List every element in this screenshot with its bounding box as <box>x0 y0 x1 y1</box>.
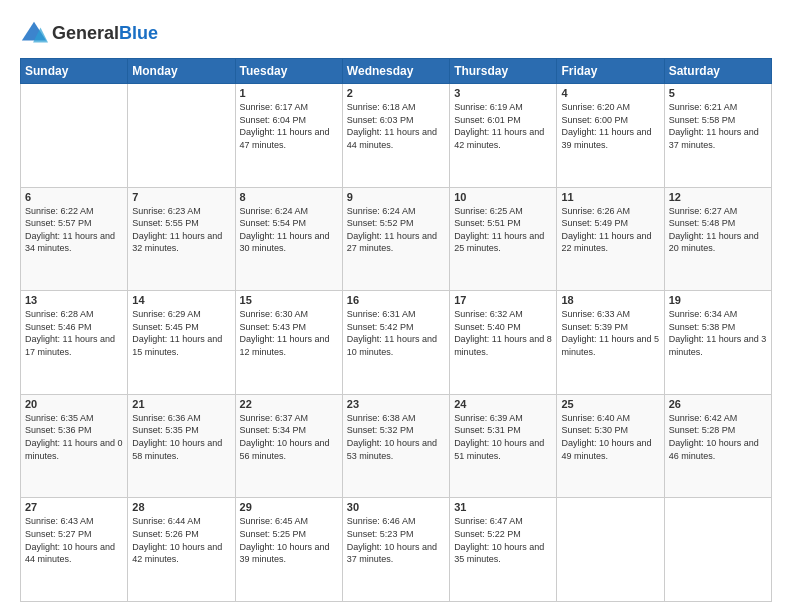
calendar-cell <box>21 84 128 188</box>
day-number: 28 <box>132 501 230 513</box>
calendar-cell: 6Sunrise: 6:22 AMSunset: 5:57 PMDaylight… <box>21 187 128 291</box>
calendar-cell: 24Sunrise: 6:39 AMSunset: 5:31 PMDayligh… <box>450 394 557 498</box>
calendar-cell <box>664 498 771 602</box>
calendar-cell: 14Sunrise: 6:29 AMSunset: 5:45 PMDayligh… <box>128 291 235 395</box>
calendar-cell: 23Sunrise: 6:38 AMSunset: 5:32 PMDayligh… <box>342 394 449 498</box>
day-number: 25 <box>561 398 659 410</box>
logo-general-text: GeneralBlue <box>52 24 158 44</box>
day-number: 16 <box>347 294 445 306</box>
day-number: 2 <box>347 87 445 99</box>
calendar-table: SundayMondayTuesdayWednesdayThursdayFrid… <box>20 58 772 602</box>
calendar-cell: 11Sunrise: 6:26 AMSunset: 5:49 PMDayligh… <box>557 187 664 291</box>
cell-content: Sunrise: 6:39 AMSunset: 5:31 PMDaylight:… <box>454 412 552 462</box>
calendar-week-row: 13Sunrise: 6:28 AMSunset: 5:46 PMDayligh… <box>21 291 772 395</box>
day-number: 27 <box>25 501 123 513</box>
cell-content: Sunrise: 6:34 AMSunset: 5:38 PMDaylight:… <box>669 308 767 358</box>
day-number: 9 <box>347 191 445 203</box>
day-number: 21 <box>132 398 230 410</box>
cell-content: Sunrise: 6:45 AMSunset: 5:25 PMDaylight:… <box>240 515 338 565</box>
cell-content: Sunrise: 6:30 AMSunset: 5:43 PMDaylight:… <box>240 308 338 358</box>
day-number: 10 <box>454 191 552 203</box>
day-number: 15 <box>240 294 338 306</box>
calendar-cell: 27Sunrise: 6:43 AMSunset: 5:27 PMDayligh… <box>21 498 128 602</box>
day-number: 7 <box>132 191 230 203</box>
weekday-header-sunday: Sunday <box>21 59 128 84</box>
cell-content: Sunrise: 6:18 AMSunset: 6:03 PMDaylight:… <box>347 101 445 151</box>
day-number: 30 <box>347 501 445 513</box>
cell-content: Sunrise: 6:31 AMSunset: 5:42 PMDaylight:… <box>347 308 445 358</box>
logo: GeneralBlue <box>20 20 158 48</box>
calendar-cell: 25Sunrise: 6:40 AMSunset: 5:30 PMDayligh… <box>557 394 664 498</box>
cell-content: Sunrise: 6:23 AMSunset: 5:55 PMDaylight:… <box>132 205 230 255</box>
calendar-week-row: 27Sunrise: 6:43 AMSunset: 5:27 PMDayligh… <box>21 498 772 602</box>
calendar-cell: 10Sunrise: 6:25 AMSunset: 5:51 PMDayligh… <box>450 187 557 291</box>
calendar-cell: 2Sunrise: 6:18 AMSunset: 6:03 PMDaylight… <box>342 84 449 188</box>
weekday-header-saturday: Saturday <box>664 59 771 84</box>
day-number: 31 <box>454 501 552 513</box>
calendar-cell: 31Sunrise: 6:47 AMSunset: 5:22 PMDayligh… <box>450 498 557 602</box>
cell-content: Sunrise: 6:22 AMSunset: 5:57 PMDaylight:… <box>25 205 123 255</box>
calendar-week-row: 6Sunrise: 6:22 AMSunset: 5:57 PMDaylight… <box>21 187 772 291</box>
calendar-cell: 29Sunrise: 6:45 AMSunset: 5:25 PMDayligh… <box>235 498 342 602</box>
calendar-cell: 17Sunrise: 6:32 AMSunset: 5:40 PMDayligh… <box>450 291 557 395</box>
cell-content: Sunrise: 6:24 AMSunset: 5:52 PMDaylight:… <box>347 205 445 255</box>
day-number: 13 <box>25 294 123 306</box>
day-number: 12 <box>669 191 767 203</box>
calendar-cell: 30Sunrise: 6:46 AMSunset: 5:23 PMDayligh… <box>342 498 449 602</box>
cell-content: Sunrise: 6:36 AMSunset: 5:35 PMDaylight:… <box>132 412 230 462</box>
cell-content: Sunrise: 6:20 AMSunset: 6:00 PMDaylight:… <box>561 101 659 151</box>
weekday-header-monday: Monday <box>128 59 235 84</box>
calendar-cell: 21Sunrise: 6:36 AMSunset: 5:35 PMDayligh… <box>128 394 235 498</box>
day-number: 23 <box>347 398 445 410</box>
cell-content: Sunrise: 6:35 AMSunset: 5:36 PMDaylight:… <box>25 412 123 462</box>
day-number: 5 <box>669 87 767 99</box>
calendar-cell: 4Sunrise: 6:20 AMSunset: 6:00 PMDaylight… <box>557 84 664 188</box>
day-number: 3 <box>454 87 552 99</box>
cell-content: Sunrise: 6:37 AMSunset: 5:34 PMDaylight:… <box>240 412 338 462</box>
day-number: 18 <box>561 294 659 306</box>
day-number: 8 <box>240 191 338 203</box>
day-number: 17 <box>454 294 552 306</box>
calendar-cell: 18Sunrise: 6:33 AMSunset: 5:39 PMDayligh… <box>557 291 664 395</box>
weekday-header-wednesday: Wednesday <box>342 59 449 84</box>
calendar-cell: 7Sunrise: 6:23 AMSunset: 5:55 PMDaylight… <box>128 187 235 291</box>
weekday-header-thursday: Thursday <box>450 59 557 84</box>
calendar-cell: 22Sunrise: 6:37 AMSunset: 5:34 PMDayligh… <box>235 394 342 498</box>
day-number: 20 <box>25 398 123 410</box>
calendar-cell: 28Sunrise: 6:44 AMSunset: 5:26 PMDayligh… <box>128 498 235 602</box>
cell-content: Sunrise: 6:47 AMSunset: 5:22 PMDaylight:… <box>454 515 552 565</box>
weekday-header-friday: Friday <box>557 59 664 84</box>
cell-content: Sunrise: 6:19 AMSunset: 6:01 PMDaylight:… <box>454 101 552 151</box>
weekday-header-tuesday: Tuesday <box>235 59 342 84</box>
calendar-cell: 26Sunrise: 6:42 AMSunset: 5:28 PMDayligh… <box>664 394 771 498</box>
cell-content: Sunrise: 6:44 AMSunset: 5:26 PMDaylight:… <box>132 515 230 565</box>
calendar-cell: 9Sunrise: 6:24 AMSunset: 5:52 PMDaylight… <box>342 187 449 291</box>
cell-content: Sunrise: 6:43 AMSunset: 5:27 PMDaylight:… <box>25 515 123 565</box>
calendar-week-row: 20Sunrise: 6:35 AMSunset: 5:36 PMDayligh… <box>21 394 772 498</box>
calendar-cell: 12Sunrise: 6:27 AMSunset: 5:48 PMDayligh… <box>664 187 771 291</box>
calendar-cell: 19Sunrise: 6:34 AMSunset: 5:38 PMDayligh… <box>664 291 771 395</box>
cell-content: Sunrise: 6:25 AMSunset: 5:51 PMDaylight:… <box>454 205 552 255</box>
cell-content: Sunrise: 6:38 AMSunset: 5:32 PMDaylight:… <box>347 412 445 462</box>
day-number: 6 <box>25 191 123 203</box>
calendar-cell: 13Sunrise: 6:28 AMSunset: 5:46 PMDayligh… <box>21 291 128 395</box>
day-number: 22 <box>240 398 338 410</box>
page: GeneralBlue SundayMondayTuesdayWednesday… <box>0 0 792 612</box>
cell-content: Sunrise: 6:21 AMSunset: 5:58 PMDaylight:… <box>669 101 767 151</box>
day-number: 1 <box>240 87 338 99</box>
cell-content: Sunrise: 6:32 AMSunset: 5:40 PMDaylight:… <box>454 308 552 358</box>
day-number: 4 <box>561 87 659 99</box>
calendar-week-row: 1Sunrise: 6:17 AMSunset: 6:04 PMDaylight… <box>21 84 772 188</box>
day-number: 14 <box>132 294 230 306</box>
calendar-cell: 3Sunrise: 6:19 AMSunset: 6:01 PMDaylight… <box>450 84 557 188</box>
day-number: 29 <box>240 501 338 513</box>
day-number: 11 <box>561 191 659 203</box>
calendar-cell: 5Sunrise: 6:21 AMSunset: 5:58 PMDaylight… <box>664 84 771 188</box>
cell-content: Sunrise: 6:33 AMSunset: 5:39 PMDaylight:… <box>561 308 659 358</box>
day-number: 19 <box>669 294 767 306</box>
weekday-header-row: SundayMondayTuesdayWednesdayThursdayFrid… <box>21 59 772 84</box>
logo-icon <box>20 20 48 48</box>
calendar-cell <box>557 498 664 602</box>
calendar-cell: 15Sunrise: 6:30 AMSunset: 5:43 PMDayligh… <box>235 291 342 395</box>
cell-content: Sunrise: 6:17 AMSunset: 6:04 PMDaylight:… <box>240 101 338 151</box>
